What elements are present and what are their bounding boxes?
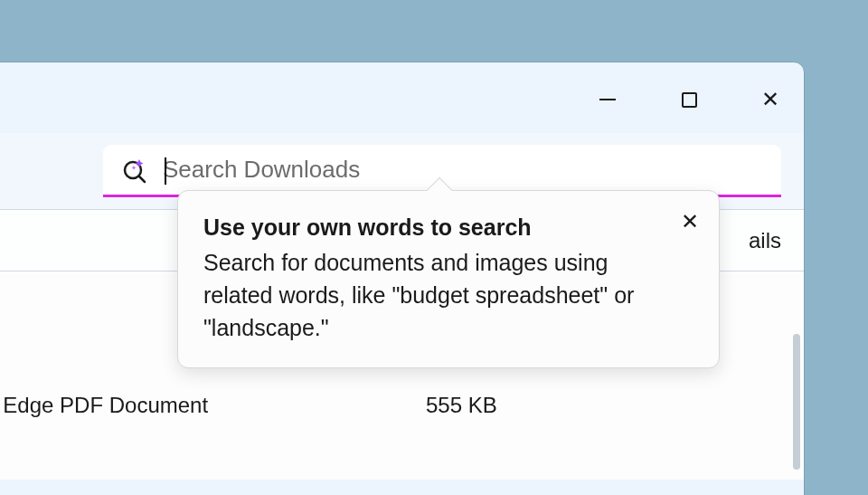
search-hint-tooltip: ✕ Use your own words to search Search fo… (177, 190, 720, 368)
close-icon: ✕ (681, 209, 699, 233)
minimize-button[interactable] (590, 82, 625, 117)
tooltip-title: Use your own words to search (203, 213, 693, 243)
tooltip-body: Search for documents and images using re… (203, 246, 693, 345)
close-icon: ✕ (761, 87, 779, 112)
titlebar: ✕ (0, 62, 804, 133)
minimize-icon (599, 99, 616, 100)
column-header-details[interactable]: ails (749, 228, 781, 253)
tooltip-close-button[interactable]: ✕ (681, 209, 699, 234)
scrollbar-thumb[interactable] (793, 334, 800, 470)
maximize-button[interactable] (672, 82, 706, 117)
svg-line-1 (139, 176, 145, 182)
maximize-icon (682, 92, 697, 108)
search-input[interactable] (163, 156, 781, 184)
search-ai-icon (121, 157, 148, 184)
text-caret (165, 157, 166, 185)
file-size-label: 555 KB (426, 393, 497, 418)
file-type-label: oft Edge PDF Document (0, 393, 208, 418)
file-row[interactable]: oft Edge PDF Document 555 KB (0, 369, 804, 442)
close-window-button[interactable]: ✕ (753, 82, 788, 117)
